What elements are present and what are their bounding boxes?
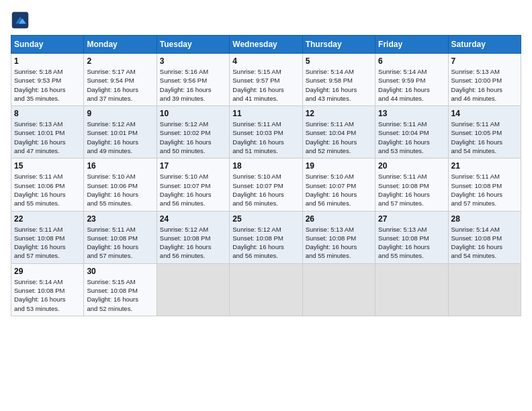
weekday-header-sunday: Sunday (11, 36, 84, 54)
calendar-cell (375, 263, 448, 316)
day-number: 15 (14, 161, 81, 171)
day-number: 14 (451, 109, 518, 118)
calendar-cell: 10Sunrise: 5:12 AM Sunset: 10:02 PM Dayl… (157, 106, 229, 158)
calendar-cell: 5Sunrise: 5:14 AM Sunset: 9:58 PM Daylig… (302, 54, 375, 106)
day-number: 5 (306, 56, 372, 66)
day-number: 3 (160, 56, 226, 66)
day-info: Sunrise: 5:12 AM Sunset: 10:08 PM Daylig… (232, 225, 299, 261)
day-info: Sunrise: 5:13 AM Sunset: 10:08 PM Daylig… (378, 225, 445, 261)
day-info: Sunrise: 5:10 AM Sunset: 10:06 PM Daylig… (87, 172, 153, 208)
day-info: Sunrise: 5:18 AM Sunset: 9:53 PM Dayligh… (14, 67, 81, 103)
day-number: 28 (451, 214, 518, 224)
day-number: 22 (14, 214, 81, 224)
calendar-cell: 24Sunrise: 5:12 AM Sunset: 10:08 PM Dayl… (157, 211, 229, 263)
calendar-cell: 8Sunrise: 5:13 AM Sunset: 10:01 PM Dayli… (11, 106, 84, 158)
day-number: 12 (306, 109, 372, 118)
day-number: 27 (378, 214, 445, 224)
calendar-cell: 23Sunrise: 5:11 AM Sunset: 10:08 PM Dayl… (84, 211, 157, 263)
calendar-cell: 6Sunrise: 5:14 AM Sunset: 9:59 PM Daylig… (375, 54, 448, 106)
day-info: Sunrise: 5:10 AM Sunset: 10:07 PM Daylig… (160, 172, 226, 208)
calendar-cell: 19Sunrise: 5:10 AM Sunset: 10:07 PM Dayl… (302, 158, 375, 211)
day-number: 13 (378, 109, 445, 118)
day-number: 25 (232, 214, 299, 224)
day-info: Sunrise: 5:14 AM Sunset: 9:59 PM Dayligh… (378, 67, 445, 103)
day-info: Sunrise: 5:14 AM Sunset: 10:08 PM Daylig… (14, 277, 81, 313)
day-number: 18 (232, 161, 299, 171)
day-info: Sunrise: 5:12 AM Sunset: 10:02 PM Daylig… (160, 120, 226, 155)
day-info: Sunrise: 5:11 AM Sunset: 10:04 PM Daylig… (306, 120, 372, 155)
day-number: 6 (378, 56, 445, 66)
day-info: Sunrise: 5:12 AM Sunset: 10:01 PM Daylig… (87, 120, 153, 155)
calendar-cell: 20Sunrise: 5:11 AM Sunset: 10:08 PM Dayl… (375, 158, 448, 211)
day-number: 19 (306, 161, 372, 171)
day-info: Sunrise: 5:15 AM Sunset: 9:57 PM Dayligh… (232, 67, 299, 103)
calendar-cell: 21Sunrise: 5:11 AM Sunset: 10:08 PM Dayl… (448, 158, 521, 211)
day-number: 26 (306, 214, 372, 224)
calendar-cell: 27Sunrise: 5:13 AM Sunset: 10:08 PM Dayl… (375, 211, 448, 263)
day-info: Sunrise: 5:13 AM Sunset: 10:01 PM Daylig… (14, 120, 81, 155)
logo-icon (11, 11, 30, 30)
day-number: 23 (87, 214, 153, 224)
day-number: 7 (451, 56, 518, 66)
day-number: 29 (14, 267, 81, 276)
day-number: 8 (14, 109, 81, 118)
day-number: 4 (232, 56, 299, 66)
day-info: Sunrise: 5:11 AM Sunset: 10:04 PM Daylig… (378, 120, 445, 155)
day-info: Sunrise: 5:12 AM Sunset: 10:08 PM Daylig… (160, 225, 226, 261)
day-info: Sunrise: 5:17 AM Sunset: 9:54 PM Dayligh… (87, 67, 153, 103)
day-number: 30 (87, 267, 153, 276)
day-info: Sunrise: 5:14 AM Sunset: 9:58 PM Dayligh… (306, 67, 372, 103)
calendar-cell: 17Sunrise: 5:10 AM Sunset: 10:07 PM Dayl… (157, 158, 229, 211)
day-number: 11 (232, 109, 299, 118)
day-info: Sunrise: 5:16 AM Sunset: 9:56 PM Dayligh… (160, 67, 226, 103)
weekday-header-friday: Friday (375, 36, 448, 54)
day-number: 17 (160, 161, 226, 171)
day-info: Sunrise: 5:10 AM Sunset: 10:07 PM Daylig… (232, 172, 299, 208)
calendar-cell: 26Sunrise: 5:13 AM Sunset: 10:08 PM Dayl… (302, 211, 375, 263)
calendar-cell (157, 263, 229, 316)
day-number: 21 (451, 161, 518, 171)
day-number: 24 (160, 214, 226, 224)
calendar-cell: 30Sunrise: 5:15 AM Sunset: 10:08 PM Dayl… (84, 263, 157, 316)
weekday-header-saturday: Saturday (448, 36, 521, 54)
day-info: Sunrise: 5:11 AM Sunset: 10:08 PM Daylig… (14, 225, 81, 261)
logo (11, 11, 32, 30)
calendar-cell: 1Sunrise: 5:18 AM Sunset: 9:53 PM Daylig… (11, 54, 84, 106)
day-info: Sunrise: 5:13 AM Sunset: 10:00 PM Daylig… (451, 67, 518, 103)
calendar-cell (230, 263, 302, 316)
weekday-header-monday: Monday (84, 36, 157, 54)
day-info: Sunrise: 5:13 AM Sunset: 10:08 PM Daylig… (306, 225, 372, 261)
calendar-cell: 25Sunrise: 5:12 AM Sunset: 10:08 PM Dayl… (230, 211, 302, 263)
calendar-cell: 9Sunrise: 5:12 AM Sunset: 10:01 PM Dayli… (84, 106, 157, 158)
calendar-cell: 29Sunrise: 5:14 AM Sunset: 10:08 PM Dayl… (11, 263, 84, 316)
day-info: Sunrise: 5:11 AM Sunset: 10:08 PM Daylig… (451, 172, 518, 208)
day-number: 9 (87, 109, 153, 118)
day-info: Sunrise: 5:11 AM Sunset: 10:03 PM Daylig… (232, 120, 299, 155)
calendar-cell: 11Sunrise: 5:11 AM Sunset: 10:03 PM Dayl… (230, 106, 302, 158)
calendar-cell: 7Sunrise: 5:13 AM Sunset: 10:00 PM Dayli… (448, 54, 521, 106)
calendar-cell: 12Sunrise: 5:11 AM Sunset: 10:04 PM Dayl… (302, 106, 375, 158)
weekday-header-wednesday: Wednesday (230, 36, 302, 54)
calendar-cell: 16Sunrise: 5:10 AM Sunset: 10:06 PM Dayl… (84, 158, 157, 211)
calendar-cell: 13Sunrise: 5:11 AM Sunset: 10:04 PM Dayl… (375, 106, 448, 158)
day-info: Sunrise: 5:11 AM Sunset: 10:06 PM Daylig… (14, 172, 81, 208)
day-info: Sunrise: 5:11 AM Sunset: 10:08 PM Daylig… (87, 225, 153, 261)
calendar-cell: 15Sunrise: 5:11 AM Sunset: 10:06 PM Dayl… (11, 158, 84, 211)
calendar-cell (448, 263, 521, 316)
day-number: 2 (87, 56, 153, 66)
calendar-cell (302, 263, 375, 316)
calendar-cell: 22Sunrise: 5:11 AM Sunset: 10:08 PM Dayl… (11, 211, 84, 263)
day-info: Sunrise: 5:14 AM Sunset: 10:08 PM Daylig… (451, 225, 518, 261)
day-number: 10 (160, 109, 226, 118)
calendar-cell: 2Sunrise: 5:17 AM Sunset: 9:54 PM Daylig… (84, 54, 157, 106)
calendar-cell: 28Sunrise: 5:14 AM Sunset: 10:08 PM Dayl… (448, 211, 521, 263)
day-number: 20 (378, 161, 445, 171)
day-info: Sunrise: 5:11 AM Sunset: 10:05 PM Daylig… (451, 120, 518, 155)
calendar-cell: 14Sunrise: 5:11 AM Sunset: 10:05 PM Dayl… (448, 106, 521, 158)
header (11, 11, 521, 30)
day-info: Sunrise: 5:15 AM Sunset: 10:08 PM Daylig… (87, 277, 153, 313)
day-info: Sunrise: 5:10 AM Sunset: 10:07 PM Daylig… (306, 172, 372, 208)
day-number: 1 (14, 56, 81, 66)
calendar-table: SundayMondayTuesdayWednesdayThursdayFrid… (11, 35, 521, 316)
day-info: Sunrise: 5:11 AM Sunset: 10:08 PM Daylig… (378, 172, 445, 208)
